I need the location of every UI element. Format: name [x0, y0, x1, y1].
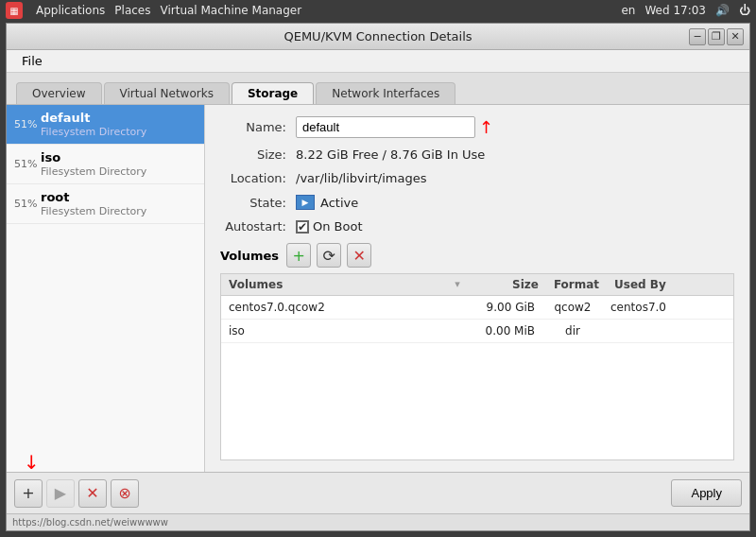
vol-name-iso: iso [229, 324, 459, 338]
system-bar-right: en Wed 17:03 🔊 ⏻ [621, 4, 750, 17]
clock: Wed 17:03 [644, 4, 706, 17]
tab-bar: Overview Virtual Networks Storage Networ… [7, 73, 749, 105]
volumes-table: Volumes ▾ Size Format Used By centos7.0.… [220, 273, 734, 460]
storage-type-default: Filesystem Directory [41, 126, 146, 138]
autostart-checkbox[interactable]: ✔ [296, 220, 309, 234]
main-content: 51% default Filesystem Directory 51% iso… [7, 105, 749, 472]
tab-virtual-networks[interactable]: Virtual Networks [104, 82, 230, 104]
location-label: Location: [220, 171, 296, 185]
storage-info-root: root Filesystem Directory [41, 190, 146, 217]
tab-overview[interactable]: Overview [16, 82, 102, 104]
minimize-button[interactable]: − [689, 28, 706, 45]
add-volume-button[interactable]: + [286, 243, 311, 268]
state-indicator: ▶ Active [296, 195, 358, 210]
tab-network-interfaces[interactable]: Network Interfaces [316, 82, 455, 104]
file-menu[interactable]: File [14, 52, 50, 70]
vmm-menu[interactable]: Virtual Machine Manager [160, 4, 301, 17]
state-value: Active [320, 196, 358, 210]
size-value: 8.22 GiB Free / 8.76 GiB In Use [296, 147, 485, 162]
apps-icon: ▦ [6, 2, 23, 19]
vol-size-centos: 9.00 GiB [459, 301, 535, 314]
sort-icon: ▾ [452, 278, 463, 291]
main-window: QEMU/KVM Connection Details − ❐ ✕ File O… [6, 23, 750, 531]
storage-name-default: default [41, 111, 146, 125]
autostart-label: Autostart: [220, 219, 296, 234]
volumes-label: Volumes [220, 249, 279, 263]
system-bar: ▦ Applications Places Virtual Machine Ma… [0, 0, 756, 21]
col-header-usedby: Used By [614, 278, 726, 291]
vol-size-iso: 0.00 MiB [459, 324, 535, 338]
add-storage-button[interactable]: + [14, 479, 43, 508]
bottom-bar: ↓ + ▶ ✕ ⊗ Apply [7, 472, 749, 513]
storage-percent-root: 51% [14, 198, 41, 210]
vol-format-centos: qcow2 [535, 301, 610, 314]
storage-item-root[interactable]: 51% root Filesystem Directory [7, 184, 204, 224]
autostart-checkbox-row: ✔ On Boot [296, 219, 363, 234]
window-title: QEMU/KVM Connection Details [284, 29, 472, 43]
window-controls: − ❐ ✕ [689, 28, 744, 45]
storage-list: 51% default Filesystem Directory 51% iso… [7, 105, 205, 472]
play-storage-button[interactable]: ▶ [46, 479, 75, 508]
url-bar: https://blog.csdn.net/weiwwwww [7, 513, 749, 530]
storage-info-iso: iso Filesystem Directory [41, 150, 146, 178]
location-value: /var/lib/libvirt/images [296, 171, 427, 185]
col-header-size: Size [463, 278, 539, 291]
stop-storage-button[interactable]: ⊗ [111, 479, 139, 508]
storage-name-root: root [41, 190, 146, 204]
storage-type-root: Filesystem Directory [41, 205, 146, 217]
delete-storage-button[interactable]: ✕ [78, 479, 107, 508]
delete-volume-button[interactable]: ✕ [347, 243, 371, 268]
volume-icon[interactable]: 🔊 [715, 4, 730, 17]
apply-button[interactable]: Apply [671, 479, 742, 507]
storage-name-iso: iso [41, 150, 146, 165]
title-bar: QEMU/KVM Connection Details − ❐ ✕ [7, 24, 749, 50]
vol-row-iso[interactable]: iso 0.00 MiB dir [221, 320, 733, 343]
name-input[interactable] [296, 116, 475, 138]
storage-item-iso[interactable]: 51% iso Filesystem Directory [7, 145, 204, 184]
power-icon[interactable]: ⏻ [739, 4, 750, 17]
size-row: Size: 8.22 GiB Free / 8.76 GiB In Use [220, 147, 734, 162]
storage-item-default[interactable]: 51% default Filesystem Directory [7, 105, 204, 145]
name-arrow-indicator: ↑ [479, 117, 493, 137]
state-label: State: [220, 196, 296, 210]
volumes-table-header: Volumes ▾ Size Format Used By [221, 274, 733, 296]
tab-storage[interactable]: Storage [232, 82, 314, 104]
location-row: Location: /var/lib/libvirt/images [220, 171, 734, 185]
vol-row-centos[interactable]: centos7.0.qcow2 9.00 GiB qcow2 centos7.0 [221, 296, 733, 320]
system-bar-left: ▦ Applications Places Virtual Machine Ma… [6, 2, 301, 19]
restore-button[interactable]: ❐ [708, 28, 725, 45]
autostart-value: On Boot [313, 219, 363, 234]
vol-usedby-centos: centos7.0 [610, 301, 726, 314]
state-icon: ▶ [296, 195, 315, 210]
locale-indicator: en [621, 4, 635, 17]
size-label: Size: [220, 147, 296, 162]
bottom-arrow-indicator: ↓ [24, 453, 40, 472]
vol-format-iso: dir [535, 324, 610, 338]
url-text: https://blog.csdn.net/weiwwwww [12, 517, 168, 528]
name-label: Name: [220, 120, 296, 134]
detail-panel: Name: ↑ Size: 8.22 GiB Free / 8.76 GiB I… [205, 105, 749, 472]
name-row: Name: ↑ [220, 116, 734, 138]
storage-type-iso: Filesystem Directory [41, 165, 146, 178]
storage-percent-iso: 51% [14, 158, 41, 170]
volumes-header: Volumes + ⟳ ✕ [220, 243, 734, 268]
refresh-volume-button[interactable]: ⟳ [317, 243, 341, 268]
places-menu[interactable]: Places [114, 4, 150, 17]
storage-info-default: default Filesystem Directory [41, 111, 146, 138]
col-header-format: Format [539, 278, 614, 291]
close-button[interactable]: ✕ [727, 28, 744, 45]
col-header-volumes: Volumes [229, 278, 452, 291]
vol-name-centos: centos7.0.qcow2 [229, 301, 459, 314]
applications-menu[interactable]: Applications [36, 4, 105, 17]
menu-bar: File [7, 50, 749, 73]
autostart-row: Autostart: ✔ On Boot [220, 219, 734, 234]
state-row: State: ▶ Active [220, 195, 734, 210]
storage-percent-default: 51% [14, 118, 41, 130]
